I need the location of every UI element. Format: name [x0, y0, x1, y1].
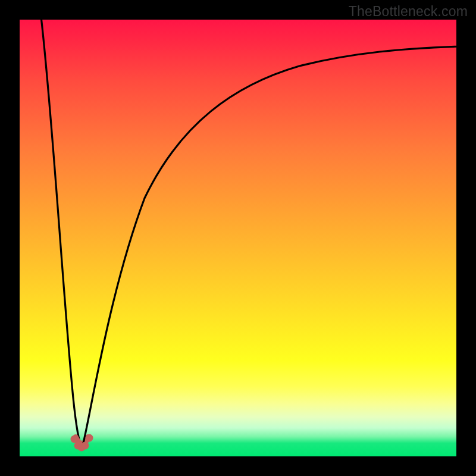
curve-left-branch [41, 17, 81, 446]
marker-dot [86, 434, 93, 442]
marker-dot [82, 442, 89, 450]
plot-area [20, 20, 456, 456]
marker-dot [71, 436, 79, 443]
watermark-text: TheBottleneck.com [349, 4, 468, 20]
curve-right-branch [83, 46, 460, 446]
bottleneck-chart [20, 20, 456, 456]
